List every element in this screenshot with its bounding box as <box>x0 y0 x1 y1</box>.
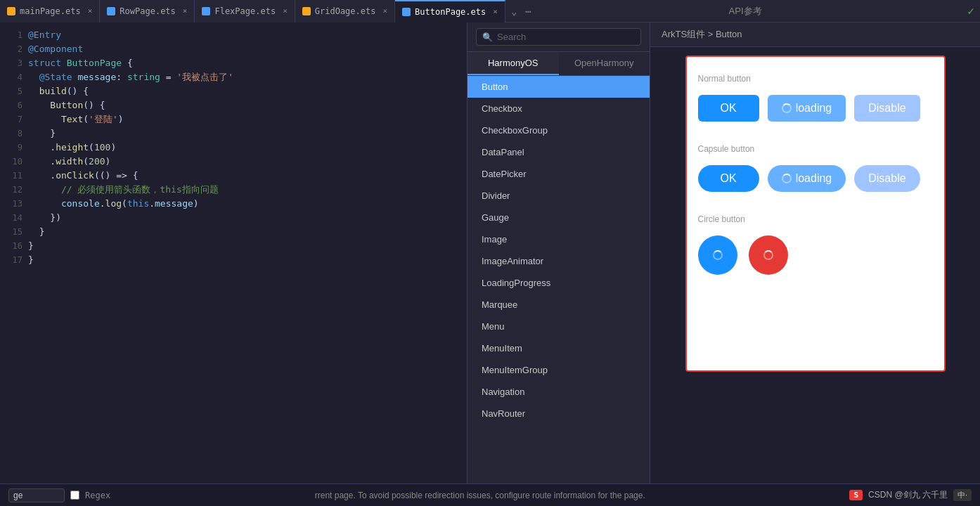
code-line-16: 16 } <box>0 239 467 253</box>
code-line-7: 7 Text('登陆') <box>0 112 467 126</box>
code-line-14: 14 }) <box>0 211 467 225</box>
code-line-5: 5 build() { <box>0 84 467 98</box>
regex-checkbox[interactable] <box>70 491 79 500</box>
nav-item-checkboxgroup[interactable]: CheckboxGroup <box>468 119 650 141</box>
nav-list: Button Checkbox CheckboxGroup DataPanel … <box>468 76 650 484</box>
tab-close-gridpage[interactable]: × <box>382 6 387 15</box>
preview-content: Normal button OK loading Disable Capsule… <box>650 47 980 484</box>
code-line-15: 15 } <box>0 225 467 239</box>
tab-flexpage[interactable]: FlexPage.ets × <box>195 0 295 22</box>
tabs-bar: mainPage.ets × RowPage.ets × FlexPage.et… <box>0 0 980 22</box>
bottom-right: S CSDN @剑九 六千里 中· <box>849 489 972 501</box>
main-area: 1 @Entry 2 @Component 3 struct ButtonPag… <box>0 22 980 484</box>
preview-card: Normal button OK loading Disable Capsule… <box>685 56 946 372</box>
bottom-status-text: rrent page. To avoid possible redirectio… <box>110 491 849 500</box>
bottom-search-input[interactable] <box>8 488 65 502</box>
nav-item-divider[interactable]: Divider <box>468 185 650 207</box>
tabs-extra: ⌄ ⋯ <box>508 6 534 17</box>
code-line-13: 13 console.log(this.message) <box>0 197 467 211</box>
capsule-button-label: Capsule button <box>698 144 933 154</box>
tab-icon-gridpage <box>302 7 311 15</box>
nav-item-gauge[interactable]: Gauge <box>468 207 650 228</box>
code-line-3: 3 struct ButtonPage { <box>0 56 467 70</box>
loading-spinner-circle-blue <box>713 250 723 260</box>
loading-spinner-normal <box>782 103 792 113</box>
code-line-17: 17 } <box>0 253 467 267</box>
circle-button-blue[interactable] <box>698 235 737 275</box>
code-line-1: 1 @Entry <box>0 28 467 42</box>
code-line-4: 4 @State message: string = '我被点击了' <box>0 70 467 84</box>
os-tabs: HarmonyOS OpenHarmony <box>468 52 650 76</box>
tab-rowpage[interactable]: RowPage.ets × <box>100 0 195 22</box>
code-line-12: 12 // 必须使用箭头函数，this指向问题 <box>0 183 467 197</box>
code-line-6: 6 Button() { <box>0 98 467 112</box>
nav-item-navrouter[interactable]: NavRouter <box>468 403 650 424</box>
loading-button-normal[interactable]: loading <box>768 95 846 122</box>
code-line-10: 10 .width(200) <box>0 155 467 169</box>
nav-item-image[interactable]: Image <box>468 228 650 250</box>
tab-dropdown-btn[interactable]: ⌄ <box>508 6 520 17</box>
code-line-9: 9 .height(100) <box>0 141 467 155</box>
search-inner: 🔍 <box>476 28 641 46</box>
normal-button-label: Normal button <box>698 74 933 84</box>
tab-icon-buttonpage <box>402 8 411 16</box>
nav-item-datepicker[interactable]: DatePicker <box>468 163 650 185</box>
nav-item-menu[interactable]: Menu <box>468 316 650 337</box>
nav-item-datapanel[interactable]: DataPanel <box>468 141 650 163</box>
bottom-bar: Regex rrent page. To avoid possible redi… <box>0 484 980 506</box>
tab-buttonpage[interactable]: ButtonPage.ets × <box>395 0 505 22</box>
loading-spinner-circle-red <box>763 250 773 260</box>
preview-header: ArkTS组件 > Button <box>650 22 980 47</box>
csdn-badge: S <box>849 490 863 500</box>
circle-button-red[interactable] <box>749 235 788 275</box>
nav-item-menuitemgroup[interactable]: MenuItemGroup <box>468 359 650 381</box>
tab-close-buttonpage[interactable]: × <box>493 7 498 16</box>
search-input[interactable] <box>497 32 635 42</box>
tab-more-btn[interactable]: ⋯ <box>522 6 534 17</box>
bottom-search: Regex <box>8 488 110 502</box>
lang-button[interactable]: 中· <box>953 489 972 501</box>
green-check-icon: ✓ <box>967 4 980 18</box>
tab-close-mainpage[interactable]: × <box>88 6 93 15</box>
api-label: API参考 <box>729 5 773 18</box>
tab-icon-rowpage <box>107 7 115 15</box>
code-editor: 1 @Entry 2 @Component 3 struct ButtonPag… <box>0 22 468 484</box>
circle-button-label: Circle button <box>698 214 933 224</box>
os-tab-harmony[interactable]: HarmonyOS <box>468 52 559 75</box>
csdn-user-label: CSDN @剑九 六千里 <box>868 489 948 501</box>
ok-button-normal[interactable]: OK <box>698 95 759 122</box>
disable-button-normal: Disable <box>854 95 920 122</box>
tab-icon-mainpage <box>7 7 15 15</box>
code-line-8: 8 } <box>0 126 467 141</box>
nav-item-navigation[interactable]: Navigation <box>468 381 650 403</box>
ok-button-capsule[interactable]: OK <box>698 165 759 192</box>
normal-btn-row: OK loading Disable <box>698 95 933 122</box>
os-tab-openharmony[interactable]: OpenHarmony <box>559 52 650 75</box>
sidebar: 🔍 HarmonyOS OpenHarmony Button Checkbox … <box>468 22 650 484</box>
tab-close-rowpage[interactable]: × <box>183 6 188 15</box>
nav-item-loadingprogress[interactable]: LoadingProgress <box>468 272 650 294</box>
regex-label: Regex <box>85 491 110 500</box>
tab-icon-flexpage <box>202 7 210 15</box>
nav-item-button[interactable]: Button <box>468 76 650 98</box>
nav-item-checkbox[interactable]: Checkbox <box>468 98 650 119</box>
tab-close-flexpage[interactable]: × <box>283 6 288 15</box>
search-box: 🔍 <box>468 22 650 52</box>
code-line-11: 11 .onClick(() => { <box>0 169 467 183</box>
code-scroll[interactable]: 1 @Entry 2 @Component 3 struct ButtonPag… <box>0 28 467 267</box>
disable-button-capsule: Disable <box>854 165 920 192</box>
search-icon: 🔍 <box>482 32 493 42</box>
preview-panel: ArkTS组件 > Button Normal button OK loadin… <box>650 22 980 484</box>
capsule-btn-row: OK loading Disable <box>698 165 933 192</box>
circle-btn-row <box>698 235 933 275</box>
code-line-2: 2 @Component <box>0 42 467 56</box>
nav-item-marquee[interactable]: Marquee <box>468 294 650 316</box>
loading-spinner-capsule <box>782 174 792 183</box>
tab-mainpage[interactable]: mainPage.ets × <box>0 0 100 22</box>
nav-item-menuitem[interactable]: MenuItem <box>468 337 650 359</box>
nav-item-imageanimator[interactable]: ImageAnimator <box>468 250 650 272</box>
tab-gridpage[interactable]: GridOage.ets × <box>295 0 395 22</box>
loading-button-capsule[interactable]: loading <box>768 165 846 192</box>
